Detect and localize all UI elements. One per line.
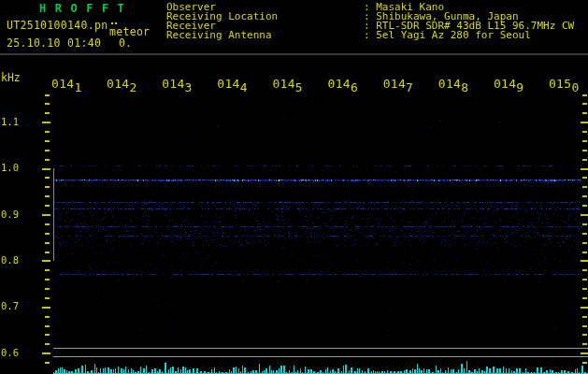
time-tick-label: 0141 — [51, 77, 82, 91]
hrofft-screen: HROFFT UT2510100140.pn meteor 25.10.10 0… — [0, 0, 588, 374]
time-tick-label: 0147 — [383, 77, 414, 91]
filename-text: UT2510100140.pn — [7, 19, 108, 32]
station-info: Observer: Masaki KanoReceiving Location:… — [166, 3, 574, 40]
datetime-text: 25.10.10 01:40 — [7, 36, 101, 50]
freq-tick-label: 1.1 — [1, 116, 19, 127]
time-tick-label: 0143 — [162, 77, 193, 91]
spectrogram-canvas — [0, 0, 588, 374]
time-tick-label: 0150 — [549, 77, 580, 91]
freq-tick-label: 0.8 — [1, 254, 19, 266]
freq-tick-label: 0.7 — [1, 300, 19, 311]
freq-tick-label: 0.9 — [1, 209, 19, 220]
header-separator — [0, 53, 588, 55]
station-info-label: Receiving Antenna — [166, 31, 364, 40]
time-tick-label: 0144 — [217, 77, 248, 91]
freq-axis-unit: kHz — [1, 71, 21, 84]
station-info-row: Receiving Antenna: 5el Yagi Az 280 for S… — [166, 31, 574, 40]
app-title: HROFFT — [39, 2, 133, 15]
counter-text: 0. — [119, 36, 132, 50]
time-tick-label: 0148 — [438, 77, 469, 91]
time-tick-label: 0145 — [272, 77, 303, 91]
filename-artifact-dots — [111, 22, 113, 24]
time-tick-label: 0146 — [328, 77, 359, 91]
time-tick-label: 0142 — [107, 77, 137, 91]
freq-tick-label: 0.6 — [1, 347, 19, 358]
freq-tick-label: 1.0 — [1, 162, 19, 173]
station-info-value: : 5el Yagi Az 280 for Seoul — [364, 29, 531, 41]
time-tick-label: 0149 — [494, 77, 524, 91]
